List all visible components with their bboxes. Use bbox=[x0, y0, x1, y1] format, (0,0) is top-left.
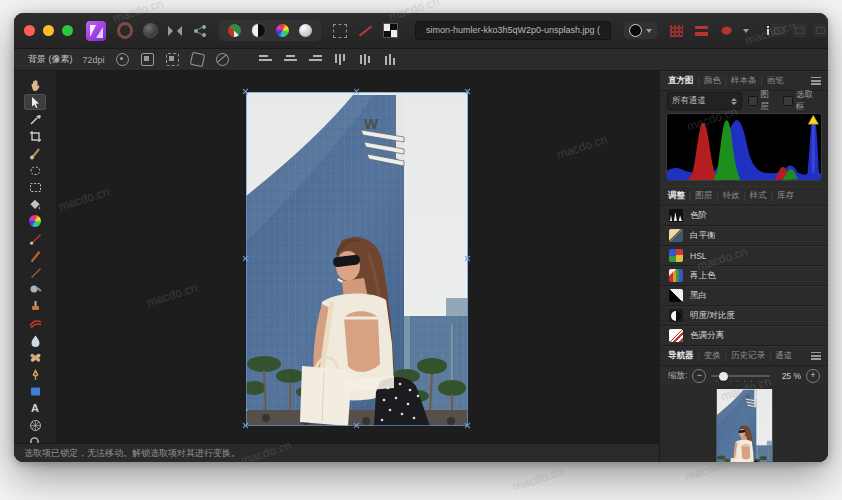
selection-brush-tool[interactable] bbox=[24, 145, 46, 161]
shape-tool[interactable] bbox=[24, 383, 46, 399]
align-right-icon[interactable] bbox=[309, 54, 322, 65]
marquee-tool[interactable] bbox=[24, 179, 46, 195]
mesh-warp-tool[interactable] bbox=[24, 417, 46, 433]
text-tool[interactable]: A bbox=[24, 400, 46, 416]
pen-tool[interactable] bbox=[24, 366, 46, 382]
white-balance-icon bbox=[669, 229, 683, 242]
rotate-canvas-icon[interactable] bbox=[117, 23, 133, 39]
black-white-preview-icon[interactable] bbox=[251, 23, 266, 38]
move-backward-icon bbox=[813, 24, 828, 37]
rotate-selection-icon[interactable] bbox=[190, 53, 205, 66]
selection-handle[interactable] bbox=[242, 255, 249, 262]
softproof-icon[interactable] bbox=[299, 24, 312, 37]
tab-history[interactable]: 历史记录 bbox=[730, 350, 766, 362]
recolor-icon bbox=[669, 269, 683, 282]
pixel-tool[interactable] bbox=[24, 247, 46, 263]
photo-layer[interactable] bbox=[246, 92, 468, 426]
paint-brush-tool[interactable] bbox=[24, 230, 46, 246]
navigator-preview[interactable] bbox=[660, 386, 828, 462]
align-center-icon[interactable] bbox=[284, 54, 297, 65]
align-top-icon[interactable] bbox=[334, 54, 347, 65]
navigator-thumbnail[interactable] bbox=[716, 389, 773, 462]
panel-menu-icon[interactable] bbox=[811, 352, 821, 360]
adjustment-recolor[interactable]: 再上色 bbox=[660, 266, 828, 286]
share-icon[interactable] bbox=[192, 23, 208, 39]
hide-selection-icon[interactable] bbox=[215, 53, 230, 66]
adjustment-brightness-contrast[interactable]: 明度/对比度 bbox=[660, 306, 828, 326]
color-wheel-icon[interactable] bbox=[276, 24, 289, 37]
transform-box-icon[interactable] bbox=[165, 53, 180, 66]
align-left-icon[interactable] bbox=[259, 54, 272, 65]
move-tool[interactable] bbox=[24, 94, 46, 110]
transform-origin-icon[interactable] bbox=[115, 53, 130, 66]
adjustment-levels[interactable]: 色阶 bbox=[660, 206, 828, 226]
selection-handle[interactable] bbox=[464, 422, 471, 429]
zoom-slider-handle[interactable] bbox=[719, 372, 728, 381]
align-middle-icon[interactable] bbox=[359, 54, 372, 65]
close-window-button[interactable] bbox=[24, 25, 35, 36]
marquee-checkbox[interactable]: 选取框 bbox=[783, 89, 821, 113]
tab-brushes[interactable]: 画笔 bbox=[766, 75, 785, 87]
color-profile-icon[interactable] bbox=[228, 24, 241, 37]
zoom-out-button[interactable]: − bbox=[692, 369, 706, 383]
selection-handle[interactable] bbox=[353, 88, 360, 95]
channel-select[interactable]: 所有通道 bbox=[667, 92, 742, 110]
minimize-window-button[interactable] bbox=[43, 25, 54, 36]
flood-select-tool[interactable] bbox=[24, 162, 46, 178]
selection-handle[interactable] bbox=[242, 88, 249, 95]
snapping-icon[interactable] bbox=[357, 23, 373, 39]
blur-tool[interactable] bbox=[24, 332, 46, 348]
flood-fill-tool[interactable] bbox=[24, 196, 46, 212]
tab-styles[interactable]: 样式 bbox=[749, 190, 768, 202]
active-layer-name: 背景 (像素) bbox=[28, 53, 73, 66]
tab-histogram[interactable]: 直方图 bbox=[667, 75, 695, 87]
tab-stock[interactable]: 库存 bbox=[776, 190, 795, 202]
color-swatch-dropdown[interactable] bbox=[624, 22, 657, 39]
adjustment-hsl[interactable]: HSL bbox=[660, 246, 828, 266]
tab-channels[interactable]: 通道 bbox=[774, 350, 793, 362]
adjustment-white-balance[interactable]: 白平衡 bbox=[660, 226, 828, 246]
selection-handle[interactable] bbox=[242, 422, 249, 429]
view-tool[interactable] bbox=[24, 77, 46, 93]
chevron-down-icon[interactable] bbox=[743, 29, 749, 33]
tab-adjust[interactable]: 调整 bbox=[667, 190, 686, 202]
healing-brush-tool[interactable] bbox=[24, 349, 46, 365]
adjustment-posterize[interactable]: 色调分离 bbox=[660, 326, 828, 346]
adjustment-black-white[interactable]: 黑白 bbox=[660, 286, 828, 306]
tab-swatches[interactable]: 样本条 bbox=[730, 75, 758, 87]
tab-color[interactable]: 颜色 bbox=[703, 75, 722, 87]
canvas[interactable] bbox=[56, 71, 659, 443]
color-picker-tool[interactable] bbox=[24, 111, 46, 127]
marquee-mode-icon[interactable] bbox=[332, 23, 348, 39]
pattern-grid-icon[interactable] bbox=[668, 23, 684, 39]
tab-navigator[interactable]: 导航器 bbox=[667, 350, 695, 362]
zoom-in-button[interactable]: + bbox=[806, 369, 820, 383]
layers-checkbox[interactable]: 图层 bbox=[748, 89, 777, 113]
selection-handle[interactable] bbox=[464, 255, 471, 262]
erase-tool[interactable] bbox=[24, 281, 46, 297]
watermark: macdo.cn bbox=[511, 464, 565, 493]
histogram-controls: 所有通道 图层 选取框 bbox=[660, 91, 828, 111]
panel-menu-icon[interactable] bbox=[811, 77, 821, 85]
zoom-slider[interactable] bbox=[711, 375, 770, 377]
mixer-brush-tool[interactable] bbox=[24, 264, 46, 280]
selection-handle[interactable] bbox=[353, 422, 360, 429]
sphere-view-icon[interactable] bbox=[142, 23, 158, 39]
red-eye-tool[interactable] bbox=[24, 315, 46, 331]
tab-transform[interactable]: 变换 bbox=[703, 350, 722, 362]
selection-handle[interactable] bbox=[464, 88, 471, 95]
crop-tool[interactable] bbox=[24, 128, 46, 144]
gradient-tool[interactable] bbox=[24, 213, 46, 229]
mask-checker-icon[interactable] bbox=[382, 23, 398, 39]
tab-effects[interactable]: 特效 bbox=[721, 190, 740, 202]
flip-horizontal-icon[interactable] bbox=[167, 23, 183, 39]
align-bottom-icon[interactable] bbox=[384, 54, 397, 65]
zoom-window-button[interactable] bbox=[62, 25, 73, 36]
context-toolbar: 背景 (像素) 72dpi bbox=[14, 49, 828, 71]
cycle-selection-icon[interactable] bbox=[140, 53, 155, 66]
dodge-burn-tool[interactable] bbox=[24, 298, 46, 314]
stroke-style-icon[interactable] bbox=[693, 23, 709, 39]
brush-preset-icon[interactable] bbox=[718, 23, 734, 39]
document-title[interactable]: simon-humler-kko3h5qW2p0-unsplash.jpg ( bbox=[415, 21, 611, 40]
tab-layers[interactable]: 图层 bbox=[694, 190, 713, 202]
